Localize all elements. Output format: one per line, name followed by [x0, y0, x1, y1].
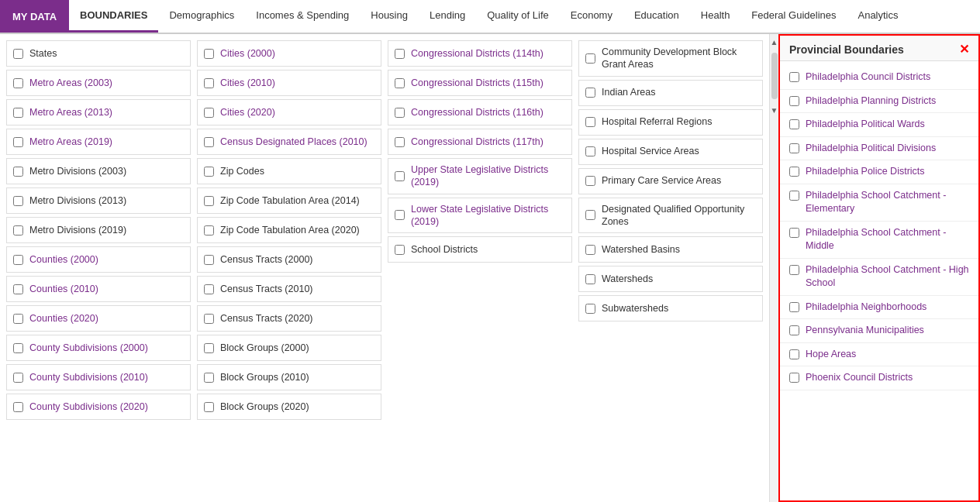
- list-item[interactable]: Counties (2020): [6, 305, 191, 332]
- nav-tab-analytics[interactable]: Analytics: [847, 0, 909, 33]
- nav-tab-housing[interactable]: Housing: [360, 0, 419, 33]
- list-item[interactable]: Counties (2010): [6, 276, 191, 302]
- list-item[interactable]: Pennsylvania Municipalities: [780, 319, 978, 343]
- list-item[interactable]: Primary Care Service Areas: [578, 168, 763, 194]
- list-item[interactable]: Congressional Districts (116th): [388, 99, 572, 126]
- list-item[interactable]: Zip Codes: [197, 158, 381, 184]
- left-scrollbar[interactable]: ▲ ▼: [769, 34, 778, 502]
- nav-tab-demographics[interactable]: Demographics: [158, 0, 245, 33]
- provincial-checkbox[interactable]: [789, 373, 799, 383]
- scroll-up-arrow[interactable]: ▲: [770, 34, 779, 50]
- nav-tab-quality-of-life[interactable]: Quality of Life: [476, 0, 560, 33]
- nav-tab-health[interactable]: Health: [690, 0, 741, 33]
- boundary-checkbox[interactable]: [204, 49, 214, 59]
- provincial-checkbox[interactable]: [789, 72, 799, 82]
- list-item[interactable]: Watershed Basins: [578, 236, 763, 263]
- close-panel-button[interactable]: ✕: [959, 43, 969, 56]
- boundary-checkbox[interactable]: [204, 137, 214, 147]
- list-item[interactable]: Zip Code Tabulation Area (2014): [197, 187, 381, 214]
- boundary-checkbox[interactable]: [585, 53, 595, 64]
- boundary-checkbox[interactable]: [204, 108, 214, 118]
- list-item[interactable]: Community Development Block Grant Areas: [578, 40, 763, 77]
- boundary-checkbox[interactable]: [204, 343, 214, 353]
- boundary-checkbox[interactable]: [13, 284, 23, 294]
- boundary-checkbox[interactable]: [204, 402, 214, 412]
- boundary-checkbox[interactable]: [204, 284, 214, 294]
- scroll-down-arrow[interactable]: ▼: [770, 102, 779, 118]
- list-item[interactable]: Metro Areas (2003): [6, 70, 191, 96]
- provincial-checkbox[interactable]: [789, 228, 799, 238]
- list-item[interactable]: Philadelphia Council Districts: [780, 66, 978, 90]
- list-item[interactable]: Block Groups (2020): [197, 394, 381, 420]
- scroll-thumb[interactable]: [771, 53, 778, 99]
- list-item[interactable]: Indian Areas: [578, 80, 763, 106]
- boundary-checkbox[interactable]: [13, 78, 23, 88]
- list-item[interactable]: Zip Code Tabulation Area (2020): [197, 217, 381, 243]
- list-item[interactable]: Congressional Districts (117th): [388, 129, 572, 155]
- list-item[interactable]: School Districts: [388, 236, 572, 263]
- boundary-checkbox[interactable]: [13, 108, 23, 118]
- list-item[interactable]: Philadelphia Planning Districts: [780, 90, 978, 114]
- list-item[interactable]: Census Tracts (2010): [197, 276, 381, 302]
- list-item[interactable]: Metro Areas (2019): [6, 129, 191, 155]
- list-item[interactable]: Philadelphia Neighborhoods: [780, 296, 978, 320]
- list-item[interactable]: States: [6, 40, 191, 67]
- list-item[interactable]: Hope Areas: [780, 343, 978, 367]
- list-item[interactable]: Hospital Service Areas: [578, 139, 763, 165]
- list-item[interactable]: Watersheds: [578, 266, 763, 292]
- provincial-checkbox[interactable]: [789, 349, 799, 359]
- boundary-checkbox[interactable]: [204, 196, 214, 206]
- list-item[interactable]: Metro Divisions (2019): [6, 217, 191, 243]
- nav-tab-federal-guidelines[interactable]: Federal Guidelines: [740, 0, 847, 33]
- list-item[interactable]: Census Tracts (2020): [197, 305, 381, 332]
- boundary-checkbox[interactable]: [395, 210, 405, 220]
- boundary-checkbox[interactable]: [585, 274, 595, 284]
- list-item[interactable]: Census Designated Places (2010): [197, 129, 381, 155]
- boundary-checkbox[interactable]: [395, 49, 405, 59]
- boundary-checkbox[interactable]: [13, 196, 23, 206]
- list-item[interactable]: Congressional Districts (114th): [388, 40, 572, 67]
- nav-tab-boundaries[interactable]: BOUNDARIES: [69, 0, 158, 33]
- boundary-checkbox[interactable]: [13, 225, 23, 236]
- boundary-checkbox[interactable]: [585, 146, 595, 156]
- list-item[interactable]: Congressional Districts (115th): [388, 70, 572, 96]
- provincial-checkbox[interactable]: [789, 167, 799, 177]
- list-item[interactable]: Metro Divisions (2003): [6, 158, 191, 184]
- provincial-checkbox[interactable]: [789, 265, 799, 275]
- boundary-checkbox[interactable]: [395, 245, 405, 255]
- boundary-checkbox[interactable]: [395, 171, 405, 181]
- list-item[interactable]: Metro Divisions (2013): [6, 187, 191, 214]
- list-item[interactable]: Cities (2000): [197, 40, 381, 67]
- boundary-checkbox[interactable]: [13, 49, 23, 59]
- list-item[interactable]: Metro Areas (2013): [6, 99, 191, 126]
- list-item[interactable]: County Subdivisions (2020): [6, 394, 191, 420]
- list-item[interactable]: Counties (2000): [6, 246, 191, 273]
- provincial-checkbox[interactable]: [789, 191, 799, 201]
- boundary-checkbox[interactable]: [395, 108, 405, 118]
- list-item[interactable]: Philadelphia School Catchment - Elementa…: [780, 184, 978, 222]
- boundary-checkbox[interactable]: [13, 343, 23, 353]
- boundary-checkbox[interactable]: [395, 78, 405, 88]
- list-item[interactable]: Designated Qualified Opportunity Zones: [578, 198, 763, 234]
- boundary-checkbox[interactable]: [585, 117, 595, 127]
- list-item[interactable]: Subwatersheds: [578, 295, 763, 321]
- list-item[interactable]: Cities (2020): [197, 99, 381, 126]
- my-data-tab[interactable]: MY DATA: [0, 0, 69, 33]
- provincial-checkbox[interactable]: [789, 143, 799, 153]
- list-item[interactable]: Philadelphia School Catchment - Middle: [780, 222, 978, 259]
- list-item[interactable]: Upper State Legislative Districts (2019): [388, 158, 572, 194]
- list-item[interactable]: County Subdivisions (2010): [6, 364, 191, 390]
- boundary-checkbox[interactable]: [204, 314, 214, 324]
- nav-tab-lending[interactable]: Lending: [419, 0, 476, 33]
- nav-tab-economy[interactable]: Economy: [560, 0, 623, 33]
- list-item[interactable]: Cities (2010): [197, 70, 381, 96]
- boundary-checkbox[interactable]: [585, 176, 595, 186]
- boundary-checkbox[interactable]: [204, 167, 214, 177]
- list-item[interactable]: Hospital Referral Regions: [578, 109, 763, 136]
- list-item[interactable]: Philadelphia Political Wards: [780, 113, 978, 137]
- boundary-checkbox[interactable]: [204, 225, 214, 236]
- list-item[interactable]: County Subdivisions (2000): [6, 335, 191, 361]
- list-item[interactable]: Philadelphia Police Districts: [780, 160, 978, 184]
- boundary-checkbox[interactable]: [13, 137, 23, 147]
- boundary-checkbox[interactable]: [585, 88, 595, 98]
